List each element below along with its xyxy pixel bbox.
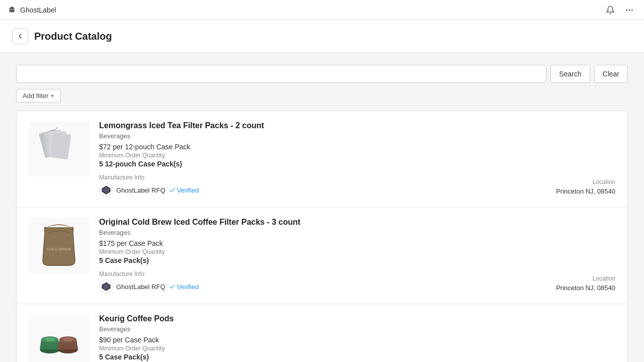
svg-point-4: [631, 9, 633, 11]
product-details-1: Lemongrass Iced Tea Filter Packs - 2 cou…: [99, 121, 615, 197]
clear-button[interactable]: Clear: [594, 65, 628, 83]
svg-point-21: [63, 338, 73, 341]
page-header: Product Catalog: [0, 20, 644, 53]
product-moq-value-2: 5 Case Pack(s): [99, 256, 615, 264]
filter-row: Add filter +: [16, 89, 628, 103]
location-section-1: Location Princeton NJ, 08540: [556, 178, 615, 195]
table-row: Lemongrass Iced Tea Filter Packs - 2 cou…: [17, 111, 627, 208]
location-label-2: Location: [556, 275, 615, 282]
add-filter-icon: +: [50, 92, 54, 100]
product-price-1: $72 per 12-pouch Case Pack: [99, 143, 615, 151]
product-image-3: [29, 314, 89, 362]
verified-badge-2: Verified: [169, 283, 199, 291]
product-details-3: Keurig Coffee Pods Beverages $90 per Cas…: [99, 314, 615, 362]
add-filter-label: Add filter: [23, 92, 48, 100]
product-moq-label-2: Minimum Order Quantity: [99, 248, 615, 255]
manufacturer-name-1: GhostLabel RFQ: [116, 187, 166, 194]
top-bar-right: [604, 4, 636, 17]
product-moq-label-1: Minimum Order Quantity: [99, 152, 615, 159]
app-logo-icon: [8, 6, 16, 14]
location-value-2: Princeton NJ, 08540: [556, 284, 615, 292]
product-category-3: Beverages: [99, 325, 615, 333]
svg-point-3: [629, 9, 630, 11]
manufacturer-name-2: GhostLabel RFQ: [116, 283, 166, 291]
page-title: Product Catalog: [34, 31, 112, 42]
back-button[interactable]: [12, 28, 28, 44]
location-label-1: Location: [556, 178, 615, 186]
table-row: Keurig Coffee Pods Beverages $90 per Cas…: [17, 304, 627, 362]
add-filter-button[interactable]: Add filter +: [16, 89, 61, 103]
top-bar-left: GhostLabel: [8, 6, 56, 14]
location-section-2: Location Princeton NJ, 08540: [556, 275, 615, 292]
product-image-2: COLD BREW: [29, 218, 89, 273]
svg-text:COLD BREW: COLD BREW: [47, 247, 71, 251]
product-category-1: Beverages: [99, 132, 615, 140]
product-name-3: Keurig Coffee Pods: [99, 314, 615, 323]
search-input[interactable]: [16, 65, 546, 83]
notification-button[interactable]: [604, 4, 617, 17]
svg-point-1: [13, 9, 14, 10]
product-price-2: $175 per Case Pack: [99, 239, 615, 247]
product-name-2: Original Cold Brew Iced Coffee Filter Pa…: [99, 218, 615, 227]
manufacture-info-1: GhostLabel RFQ Verified: [99, 183, 615, 197]
product-details-2: Original Cold Brew Iced Coffee Filter Pa…: [99, 218, 615, 294]
product-moq-value-1: 5 12-pouch Case Pack(s): [99, 160, 615, 168]
manufacture-info-2: GhostLabel RFQ Verified: [99, 280, 615, 294]
svg-point-18: [45, 338, 55, 341]
app-name: GhostLabel: [20, 6, 56, 14]
product-list: Lemongrass Iced Tea Filter Packs - 2 cou…: [16, 111, 628, 362]
manufacturer-logo-2: [99, 280, 113, 294]
more-options-button[interactable]: [623, 4, 636, 17]
main-content: Search Clear Add filter +: [0, 53, 644, 362]
product-price-3: $90 per Case Pack: [99, 336, 615, 344]
top-bar: GhostLabel: [0, 0, 644, 20]
product-name-1: Lemongrass Iced Tea Filter Packs - 2 cou…: [99, 121, 615, 130]
svg-point-0: [11, 9, 12, 10]
table-row: COLD BREW Original Cold Brew Iced Coffee…: [17, 208, 627, 304]
product-category-2: Beverages: [99, 229, 615, 236]
product-image-1: [29, 121, 89, 176]
manufacture-label-2: Manufacture Info: [99, 270, 615, 278]
product-moq-value-3: 5 Case Pack(s): [99, 353, 615, 361]
search-bar: Search Clear: [16, 65, 628, 83]
verified-badge-1: Verified: [169, 187, 199, 194]
manufacturer-logo-1: [99, 183, 113, 197]
svg-point-2: [626, 9, 627, 11]
product-moq-label-3: Minimum Order Quantity: [99, 345, 615, 352]
search-button[interactable]: Search: [550, 65, 590, 83]
svg-rect-8: [50, 132, 71, 159]
manufacture-label-1: Manufacture Info: [99, 174, 615, 181]
location-value-1: Princeton NJ, 08540: [556, 188, 615, 195]
